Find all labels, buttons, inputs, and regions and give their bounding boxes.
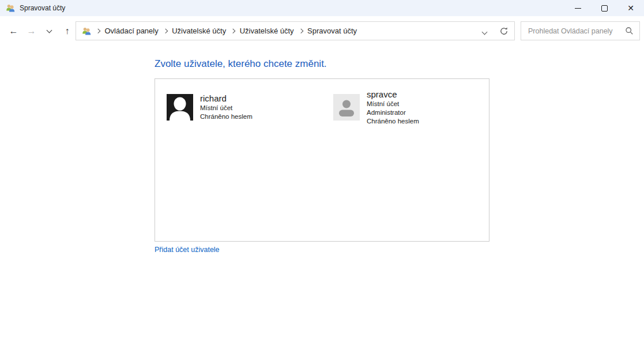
breadcrumb-item-user-accounts-2[interactable]: Uživatelské účty <box>240 27 294 35</box>
chevron-down-icon <box>482 29 488 35</box>
user-info: richard Místní účet Chráněno heslem <box>200 93 253 121</box>
recent-locations-button[interactable] <box>40 22 58 40</box>
up-button[interactable]: ↑ <box>58 22 76 40</box>
chevron-right-icon <box>96 29 100 33</box>
user-tile-spravce[interactable]: spravce Místní účet Administrator Chráně… <box>333 89 419 126</box>
user-avatar <box>333 94 360 121</box>
person-silhouette-icon <box>167 94 193 121</box>
maximize-button[interactable] <box>591 0 617 16</box>
chevron-right-icon <box>298 29 303 33</box>
user-info: spravce Místní účet Administrator Chráně… <box>367 89 419 126</box>
users-panel: richard Místní účet Chráněno heslem spra… <box>155 78 489 242</box>
user-tile-richard[interactable]: richard Místní účet Chráněno heslem <box>167 93 253 121</box>
chevron-right-icon <box>231 29 235 33</box>
refresh-icon <box>499 27 509 36</box>
user-password-status: Chráněno heslem <box>200 112 253 121</box>
navigation-buttons: ← → ↑ <box>5 16 76 46</box>
window-title: Spravovat účty <box>20 4 65 12</box>
toolbar: ← → ↑ Ovládací panely Uživatelské účty U… <box>0 16 644 46</box>
user-accounts-icon <box>82 27 91 36</box>
user-account-type: Místní účet <box>367 100 419 108</box>
breadcrumb-item-control-panel[interactable]: Ovládací panely <box>105 27 159 35</box>
breadcrumb-item-manage-accounts[interactable]: Spravovat účty <box>307 27 357 35</box>
user-admin-status: Administrator <box>367 108 419 117</box>
person-silhouette-icon <box>333 94 360 121</box>
user-password-status: Chráněno heslem <box>367 117 419 126</box>
control-panel-window: Spravovat účty ✕ ← → ↑ Ovládací panely U… <box>0 0 644 361</box>
address-dropdown-button[interactable] <box>483 26 487 36</box>
page-title: Zvolte uživatele, kterého chcete změnit. <box>155 58 327 70</box>
window-controls: ✕ <box>564 0 644 16</box>
user-account-type: Místní účet <box>200 104 253 112</box>
user-accounts-icon <box>6 3 15 13</box>
maximize-icon <box>601 5 608 12</box>
close-icon: ✕ <box>627 4 634 12</box>
search-icon[interactable] <box>625 27 634 35</box>
back-button[interactable]: ← <box>5 22 22 40</box>
breadcrumb[interactable]: Ovládací panely Uživatelské účty Uživate… <box>76 21 515 40</box>
user-name: spravce <box>367 89 419 100</box>
minimize-button[interactable] <box>564 0 591 16</box>
search-box <box>521 21 640 40</box>
refresh-button[interactable] <box>499 27 509 36</box>
close-button[interactable]: ✕ <box>617 0 644 16</box>
titlebar: Spravovat účty ✕ <box>0 0 644 16</box>
add-user-account-link[interactable]: Přidat účet uživatele <box>155 246 220 254</box>
forward-button[interactable]: → <box>22 22 40 40</box>
breadcrumb-item-user-accounts-1[interactable]: Uživatelské účty <box>172 27 226 35</box>
user-name: richard <box>200 93 253 104</box>
minimize-icon <box>575 8 581 9</box>
chevron-down-icon <box>47 28 52 33</box>
user-avatar <box>167 94 193 121</box>
chevron-right-icon <box>163 29 168 33</box>
search-input[interactable] <box>527 27 625 36</box>
